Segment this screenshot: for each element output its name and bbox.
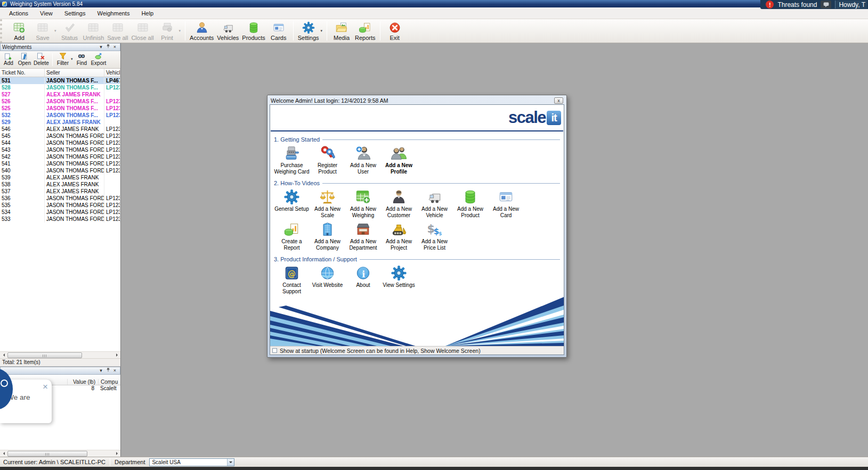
panel-pin-icon[interactable] [104, 44, 111, 51]
weighment-row[interactable]: 525 JASON THOMAS F... LP123 [0, 105, 120, 112]
weighment-row[interactable]: 538 ALEX JAMES FRANK [0, 181, 120, 188]
weighment-row[interactable]: 527 ALEX JAMES FRANK [0, 91, 120, 98]
panel-toolbar-button[interactable]: Delete [33, 52, 50, 66]
toolbar-button[interactable]: Status [58, 20, 82, 42]
toolbar-button[interactable]: Add [7, 20, 31, 42]
dialog-shortcut[interactable]: Add a New Project [381, 221, 417, 251]
weighment-row[interactable]: 540 JASON THOMAS FORD LP1234 [0, 167, 120, 174]
toolbar-button[interactable]: Vehicles [215, 20, 240, 42]
dialog-shortcut[interactable]: Register Product [310, 145, 345, 175]
dialog-shortcut[interactable]: Add a New Department [345, 221, 381, 251]
toolbar-button[interactable]: Accounts [188, 20, 215, 42]
panel-menu-chevron-icon[interactable]: ▾ [98, 44, 104, 51]
toolbar-button[interactable]: Reports [353, 20, 377, 42]
dialog-shortcut[interactable]: About [345, 265, 381, 295]
dialog-shortcut[interactable]: Add a New Price List [417, 221, 452, 251]
combo-arrow-icon[interactable] [227, 459, 234, 466]
toolbar-button[interactable]: Close all [129, 20, 155, 42]
dialog-shortcut[interactable]: Add a New Weighing [345, 189, 381, 219]
toolbar-button[interactable] [380, 21, 380, 40]
scrollbar-thumb[interactable] [7, 352, 82, 358]
dropdown-arrow-icon[interactable]: ▾ [71, 57, 73, 61]
scroll-right-arrow[interactable] [114, 352, 120, 358]
dialog-close-button[interactable]: x [554, 97, 563, 104]
menu-item[interactable]: Settings [59, 9, 92, 18]
dialog-shortcut[interactable]: Visit Website [310, 265, 345, 295]
toolbar-button[interactable]: Media [330, 20, 353, 42]
weighment-row[interactable]: 529 ALEX JAMES FRANK [0, 119, 120, 126]
dialog-shortcut[interactable]: Contact Support [274, 265, 310, 295]
panel-toolbar-button[interactable]: Open [17, 52, 33, 66]
column-header-computer[interactable]: Compu [98, 379, 120, 385]
weighment-row[interactable]: 531 JASON THOMAS F... LP467 [0, 77, 120, 84]
weighments-table-header[interactable]: Ticket No. Seller Vehicle [0, 69, 120, 77]
chat-close-icon[interactable]: × [43, 383, 48, 391]
horizontal-scrollbar[interactable] [0, 351, 120, 358]
scroll-left-arrow[interactable] [1, 352, 6, 358]
scrollbar-thumb[interactable] [7, 451, 87, 457]
dialog-shortcut[interactable]: Add a New Company [310, 221, 345, 251]
panel-toolbar-button[interactable]: Export [90, 52, 107, 66]
weighment-row[interactable]: 535 JASON THOMAS FORD LP1234 [0, 202, 120, 209]
dialog-shortcut[interactable]: View Settings [381, 265, 417, 295]
toolbar-button[interactable]: Save all [106, 20, 129, 42]
toolbar-button[interactable]: Products [240, 20, 266, 42]
toolbar-button[interactable]: Cards [267, 20, 290, 42]
column-header-vehicle[interactable]: Vehicle [104, 69, 120, 77]
toolbar-button[interactable] [327, 21, 327, 40]
weighment-row[interactable]: 536 JASON THOMAS FORD LP1234 [0, 195, 120, 202]
dropdown-arrow-icon[interactable]: ▾ [321, 29, 323, 33]
menu-item[interactable]: Actions [3, 9, 34, 18]
dialog-shortcut[interactable]: Purchase Weighing Card [274, 145, 310, 175]
weighment-row[interactable]: 546 ALEX JAMES FRANK LP1234 [0, 126, 120, 133]
panel-toolbar-button[interactable]: Filter ▾ [55, 52, 74, 66]
weighment-row[interactable]: 541 JASON THOMAS FORD LP1234 [0, 160, 120, 167]
toolbar-button[interactable]: Save ▾ [31, 20, 58, 42]
toolbar-button[interactable]: Exit [383, 20, 407, 42]
menu-item[interactable]: View [34, 9, 59, 18]
weighment-row[interactable]: 539 ALEX JAMES FRANK [0, 174, 120, 181]
panel-menu-chevron-icon[interactable]: ▾ [98, 367, 104, 374]
toolbar-button[interactable]: Print ▾ [156, 20, 183, 42]
menu-item[interactable]: Help [135, 9, 159, 18]
dialog-shortcut[interactable]: General Setup [274, 189, 310, 219]
weighment-row[interactable]: 542 JASON THOMAS FORD LP1234 [0, 153, 120, 160]
panel-pin-icon[interactable] [104, 367, 111, 375]
horizontal-scrollbar[interactable] [0, 450, 120, 457]
dialog-titlebar[interactable]: Welcome Admin! Last login: 12/4/2012 9:5… [270, 96, 564, 104]
scrollbar-track[interactable] [6, 451, 114, 457]
panel-close-icon[interactable]: × [111, 44, 118, 51]
dialog-shortcut[interactable]: Add a New Card [488, 189, 524, 219]
weighment-row[interactable]: 537 ALEX JAMES FRANK [0, 188, 120, 195]
dialog-shortcut[interactable]: Add a New Scale [310, 189, 345, 219]
dialog-shortcut[interactable]: Add a New Product [452, 189, 488, 219]
show-at-startup-checkbox[interactable] [272, 348, 277, 353]
scrollbar-track[interactable] [6, 352, 114, 358]
chat-bubble-icon[interactable] [821, 1, 831, 9]
panel-toolbar-button[interactable]: Add [1, 52, 17, 66]
dropdown-arrow-icon[interactable]: ▾ [54, 29, 56, 33]
dialog-shortcut[interactable]: Add a New User [345, 145, 381, 175]
toolbar-button[interactable] [185, 21, 185, 40]
weighment-row[interactable]: 532 JASON THOMAS F... LP123 [0, 112, 120, 119]
column-header-value[interactable]: Value (lb) [67, 379, 98, 385]
panel-toolbar-button[interactable] [52, 53, 53, 66]
column-header-ticket[interactable]: Ticket No. [0, 69, 45, 77]
weighment-row[interactable]: 533 JASON THOMAS FORD LP1234 [0, 216, 120, 222]
dialog-shortcut[interactable]: Create a Report [274, 221, 310, 251]
column-header-seller[interactable]: Seller [45, 69, 104, 77]
notification-overlay[interactable]: ! Threats found Howdy, T [760, 0, 868, 9]
menu-item[interactable]: Weighments [91, 9, 135, 18]
weighment-row[interactable]: 528 JASON THOMAS F... LP123 [0, 84, 120, 91]
department-dropdown[interactable]: Scaleit USA [149, 458, 234, 466]
toolbar-button[interactable] [293, 21, 294, 40]
scroll-right-arrow[interactable] [114, 451, 120, 457]
dialog-shortcut[interactable]: Add a New Vehicle [417, 189, 452, 219]
dropdown-arrow-icon[interactable]: ▾ [179, 29, 181, 33]
dialog-shortcut[interactable]: Add a New Profile [381, 145, 417, 175]
weighment-row[interactable]: 544 JASON THOMAS FORD LP1234 [0, 139, 120, 146]
weighment-row[interactable]: 543 JASON THOMAS FORD LP1234 [0, 146, 120, 153]
weighment-row[interactable]: 534 JASON THOMAS FORD LP1234 [0, 209, 120, 216]
dialog-shortcut[interactable]: Add a New Customer [381, 189, 417, 219]
scroll-left-arrow[interactable] [1, 451, 6, 457]
